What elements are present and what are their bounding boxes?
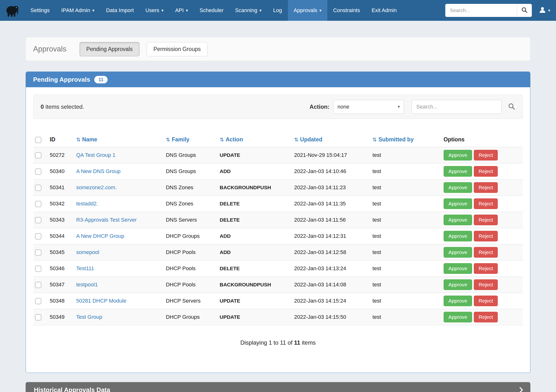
tab-permission-groups[interactable]: Permission Groups: [147, 42, 208, 56]
action-select[interactable]: none ▾: [333, 100, 404, 114]
table-toolbar: 0 items selected. Action: none ▾: [33, 94, 523, 119]
approve-button[interactable]: Approve: [444, 279, 472, 290]
action-select-value: none: [338, 104, 349, 110]
approve-button[interactable]: Approve: [444, 150, 472, 161]
approve-button[interactable]: Approve: [444, 182, 472, 193]
approve-button[interactable]: Approve: [444, 231, 472, 241]
nav-item-log[interactable]: Log: [267, 0, 288, 21]
row-select-cell: [33, 277, 48, 293]
selected-text: items selected.: [44, 103, 84, 110]
reject-button[interactable]: Reject: [474, 231, 498, 241]
row-family: DHCP Groups: [164, 309, 218, 325]
table-row: 50347testpool1DHCP PoolsBACKGROUNDPUSH20…: [33, 277, 523, 293]
navbar-search-input[interactable]: [445, 4, 517, 17]
nav-item-scanning[interactable]: Scanning▾: [229, 0, 267, 21]
nav-item-constraints[interactable]: Constraints: [327, 0, 366, 21]
reject-button[interactable]: Reject: [474, 150, 498, 161]
column-header-action[interactable]: ⇅Action: [218, 133, 292, 147]
row-select-cell: [33, 260, 48, 277]
row-options-cell: ApproveReject: [442, 212, 523, 228]
table-search-button[interactable]: [508, 103, 515, 111]
column-header-family[interactable]: ⇅Family: [164, 133, 218, 147]
reject-button[interactable]: Reject: [474, 263, 498, 274]
approve-button[interactable]: Approve: [444, 263, 472, 274]
nav-item-settings[interactable]: Settings: [25, 0, 56, 21]
nav-item-data-import[interactable]: Data Import: [100, 0, 139, 21]
table-search-input[interactable]: [412, 100, 502, 114]
phpipam-mammoth-logo-icon[interactable]: [3, 2, 21, 18]
row-checkbox[interactable]: [35, 266, 41, 272]
row-checkbox[interactable]: [35, 217, 41, 223]
nav-item-api[interactable]: API▾: [169, 0, 194, 21]
row-name-cell: somezone2.com.: [74, 179, 164, 196]
table-row: 50344A New DHCP GroupDHCP GroupsADD2022-…: [33, 228, 523, 244]
row-select-cell: [33, 212, 48, 228]
select-all-checkbox[interactable]: [35, 137, 41, 143]
column-header-submitted-by[interactable]: ⇅Submitted by: [371, 133, 442, 147]
approve-button[interactable]: Approve: [444, 166, 472, 177]
row-name-link[interactable]: R3-Approvals Test Server: [76, 217, 137, 223]
row-name-link[interactable]: Test Group: [76, 314, 102, 320]
row-updated: 2021-Nov-29 15:04:17: [292, 147, 371, 163]
approve-button[interactable]: Approve: [444, 296, 472, 306]
row-checkbox[interactable]: [35, 169, 41, 175]
reject-button[interactable]: Reject: [474, 296, 498, 306]
column-header-updated[interactable]: ⇅Updated: [292, 133, 371, 147]
chevron-down-icon: ▾: [548, 8, 550, 13]
row-checkbox[interactable]: [35, 249, 41, 256]
table-row: 50340A New DNS GroupDNS GroupsADD2022-Ja…: [33, 163, 523, 179]
row-name-link[interactable]: 50281 DHCP Module: [76, 298, 126, 304]
chevron-right-icon: [517, 387, 523, 392]
row-id: 50272: [48, 147, 74, 163]
row-name-link[interactable]: testpool1: [76, 282, 98, 288]
historical-approvals-bar[interactable]: Historical Approvals Data: [26, 382, 530, 392]
row-options-cell: ApproveReject: [442, 260, 523, 277]
tab-pending-approvals[interactable]: Pending Approvals: [79, 42, 139, 56]
user-menu[interactable]: ▾: [539, 6, 550, 15]
reject-button[interactable]: Reject: [474, 182, 498, 193]
row-checkbox[interactable]: [35, 185, 41, 191]
reject-button[interactable]: Reject: [474, 166, 498, 177]
nav-item-exit-admin[interactable]: Exit Admin: [366, 0, 402, 21]
row-name-link[interactable]: somepool: [76, 249, 99, 255]
approve-button[interactable]: Approve: [444, 247, 472, 258]
row-updated: 2022-Jan-03 14:11:35: [292, 196, 371, 212]
row-checkbox[interactable]: [35, 314, 41, 321]
approve-button[interactable]: Approve: [444, 198, 472, 209]
row-name-link[interactable]: testadd2.: [76, 200, 98, 207]
nav-item-ipam-admin[interactable]: IPAM Admin▾: [56, 0, 100, 21]
column-header-label: Name: [82, 136, 97, 143]
chevron-down-icon: ▾: [398, 104, 400, 109]
reject-button[interactable]: Reject: [474, 198, 498, 209]
nav-item-approvals[interactable]: Approvals▾: [288, 0, 327, 21]
row-name-link[interactable]: Test111: [76, 265, 94, 271]
nav-item-users[interactable]: Users▾: [139, 0, 169, 21]
row-name-link[interactable]: somezone2.com.: [76, 184, 117, 191]
row-name-link[interactable]: A New DNS Group: [76, 168, 120, 174]
table-row: 50349Test GroupDHCP GroupsUPDATE2022-Jan…: [33, 309, 523, 325]
row-checkbox[interactable]: [35, 201, 41, 207]
nav-item-scheduler[interactable]: Scheduler: [194, 0, 229, 21]
column-header-id: ID: [48, 133, 74, 147]
sort-icon: ⇅: [220, 137, 224, 142]
row-id: 50349: [48, 309, 74, 325]
reject-button[interactable]: Reject: [474, 312, 498, 323]
approve-button[interactable]: Approve: [444, 215, 472, 225]
column-header-name[interactable]: ⇅Name: [74, 133, 164, 147]
row-name-link[interactable]: QA Test Group 1: [76, 152, 115, 158]
navbar-search-button[interactable]: [517, 4, 532, 17]
table-row: 50346Test111DHCP PoolsDELETE2022-Jan-03 …: [33, 260, 523, 277]
nav-item-label: Approvals: [294, 7, 317, 14]
approve-button[interactable]: Approve: [444, 312, 472, 323]
row-name-link[interactable]: A New DHCP Group: [76, 233, 124, 239]
reject-button[interactable]: Reject: [474, 279, 498, 290]
row-checkbox[interactable]: [35, 233, 41, 239]
reject-button[interactable]: Reject: [474, 215, 498, 225]
row-checkbox[interactable]: [35, 298, 41, 304]
row-action: ADD: [218, 163, 292, 179]
row-action: UPDATE: [218, 309, 292, 325]
row-checkbox[interactable]: [35, 282, 41, 288]
row-checkbox[interactable]: [35, 152, 41, 159]
reject-button[interactable]: Reject: [474, 247, 498, 258]
row-id: 50346: [48, 260, 74, 277]
